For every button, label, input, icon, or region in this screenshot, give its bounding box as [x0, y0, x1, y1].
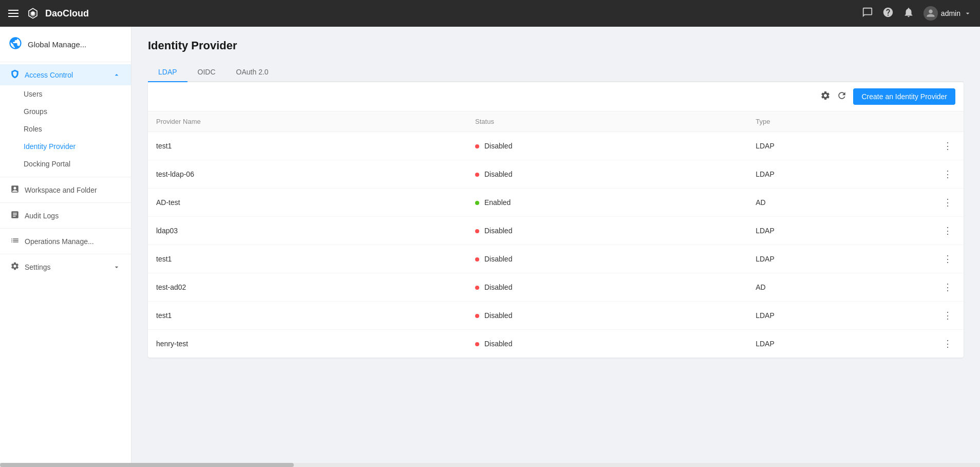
status-dot: [475, 173, 479, 177]
status-text: Disabled: [484, 142, 512, 150]
cell-type: LDAP: [747, 302, 932, 330]
cell-status: Disabled: [467, 160, 747, 189]
top-navigation: DaoCloud admin: [0, 0, 980, 27]
cell-type: AD: [747, 273, 932, 302]
cell-status: Disabled: [467, 132, 747, 160]
sidebar-item-settings[interactable]: Settings: [0, 256, 131, 277]
sidebar-item-docking-portal[interactable]: Docking Portal: [24, 155, 131, 173]
global-manage-label: Global Manage...: [28, 40, 86, 49]
cell-actions: ⋮: [932, 330, 964, 358]
col-header-actions: [932, 111, 964, 132]
table-row: henry-test Disabled LDAP ⋮: [148, 330, 964, 358]
status-text: Disabled: [484, 311, 512, 320]
chevron-up-icon: [112, 71, 121, 79]
settings-icon: [10, 261, 20, 272]
row-actions-button[interactable]: ⋮: [940, 309, 955, 322]
table-row: test-ad02 Disabled AD ⋮: [148, 273, 964, 302]
audit-logs-label: Audit Logs: [25, 212, 59, 220]
operations-icon: [10, 236, 20, 247]
page-title: Identity Provider: [148, 39, 964, 52]
access-control-submenu: Users Groups Roles Identity Provider Doc…: [0, 85, 131, 173]
cell-actions: ⋮: [932, 132, 964, 160]
cell-provider-name: test1: [148, 132, 467, 160]
providers-table-container: Create an Identity Provider Provider Nam…: [148, 82, 964, 358]
status-dot: [475, 144, 479, 148]
status-dot: [475, 229, 479, 233]
sidebar: Global Manage... Access Control Users Gr…: [0, 27, 131, 463]
sidebar-item-groups[interactable]: Groups: [24, 103, 131, 120]
sidebar-item-identity-provider[interactable]: Identity Provider: [24, 138, 131, 155]
sidebar-item-users[interactable]: Users: [24, 85, 131, 103]
cell-type: LDAP: [747, 160, 932, 189]
workspace-icon: [10, 184, 20, 195]
row-actions-button[interactable]: ⋮: [940, 167, 955, 181]
sidebar-item-operations-manage[interactable]: Operations Manage...: [0, 231, 131, 252]
row-actions-button[interactable]: ⋮: [940, 252, 955, 266]
sidebar-item-roles[interactable]: Roles: [24, 120, 131, 138]
create-identity-provider-button[interactable]: Create an Identity Provider: [853, 88, 955, 105]
bell-icon[interactable]: [903, 7, 914, 21]
user-menu[interactable]: admin: [924, 6, 972, 21]
status-text: Disabled: [484, 227, 512, 235]
main-content: Identity Provider LDAP OIDC OAuth 2.0 Cr…: [131, 27, 980, 463]
status-text: Disabled: [484, 340, 512, 348]
cell-status: Disabled: [467, 217, 747, 245]
message-icon[interactable]: [862, 7, 873, 21]
cell-actions: ⋮: [932, 273, 964, 302]
scroll-thumb[interactable]: [0, 463, 294, 467]
access-control-icon: [10, 69, 20, 80]
tab-ldap[interactable]: LDAP: [148, 63, 187, 82]
status-dot: [475, 314, 479, 318]
row-actions-button[interactable]: ⋮: [940, 224, 955, 237]
cell-status: Enabled: [467, 189, 747, 217]
settings-label: Settings: [25, 263, 51, 271]
cell-status: Disabled: [467, 273, 747, 302]
row-actions-button[interactable]: ⋮: [940, 337, 955, 350]
workspace-folder-label: Workspace and Folder: [25, 186, 97, 194]
status-text: Disabled: [484, 255, 512, 263]
row-actions-button[interactable]: ⋮: [940, 281, 955, 294]
table-row: test1 Disabled LDAP ⋮: [148, 245, 964, 273]
cell-status: Disabled: [467, 302, 747, 330]
row-actions-button[interactable]: ⋮: [940, 196, 955, 209]
status-dot: [475, 342, 479, 346]
status-text: Disabled: [484, 283, 512, 291]
cell-provider-name: test1: [148, 245, 467, 273]
user-name: admin: [941, 9, 960, 17]
row-actions-button[interactable]: ⋮: [940, 139, 955, 153]
horizontal-scrollbar[interactable]: [0, 463, 980, 467]
cell-provider-name: test-ldap-06: [148, 160, 467, 189]
cell-provider-name: henry-test: [148, 330, 467, 358]
cell-status: Disabled: [467, 245, 747, 273]
sidebar-item-access-control[interactable]: Access Control: [0, 64, 131, 85]
status-dot: [475, 286, 479, 290]
table-row: test1 Disabled LDAP ⋮: [148, 132, 964, 160]
chevron-down-icon: [112, 263, 121, 271]
sidebar-global-manage[interactable]: Global Manage...: [0, 27, 131, 62]
tabs-container: LDAP OIDC OAuth 2.0: [148, 63, 964, 82]
status-text: Disabled: [484, 170, 512, 178]
globe-icon: [8, 36, 23, 52]
cell-type: LDAP: [747, 217, 932, 245]
cell-provider-name: test1: [148, 302, 467, 330]
sidebar-item-audit-logs[interactable]: Audit Logs: [0, 205, 131, 226]
status-dot: [475, 257, 479, 261]
refresh-icon[interactable]: [837, 90, 847, 103]
table-row: test1 Disabled LDAP ⋮: [148, 302, 964, 330]
logo-text: DaoCloud: [45, 8, 89, 19]
cell-actions: ⋮: [932, 160, 964, 189]
sidebar-item-workspace-folder[interactable]: Workspace and Folder: [0, 179, 131, 200]
tab-oidc[interactable]: OIDC: [187, 63, 226, 82]
hamburger-menu[interactable]: [8, 10, 18, 17]
settings-icon[interactable]: [820, 90, 831, 103]
table-toolbar: Create an Identity Provider: [148, 82, 964, 111]
col-header-type: Type: [747, 111, 932, 132]
help-icon[interactable]: [882, 7, 894, 21]
access-control-label: Access Control: [25, 71, 73, 79]
cell-type: LDAP: [747, 245, 932, 273]
tab-oauth2[interactable]: OAuth 2.0: [226, 63, 279, 82]
cell-actions: ⋮: [932, 245, 964, 273]
cell-type: LDAP: [747, 330, 932, 358]
operations-manage-label: Operations Manage...: [25, 237, 94, 246]
col-header-provider-name: Provider Name: [148, 111, 467, 132]
